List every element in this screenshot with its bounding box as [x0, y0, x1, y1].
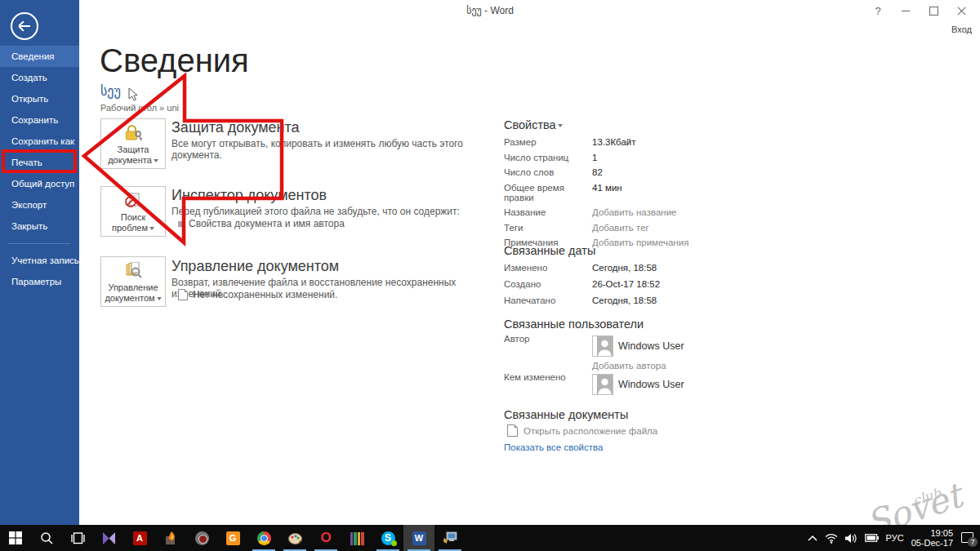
- property-row: ТегиДобавить тег: [504, 223, 765, 233]
- volume-button[interactable]: [845, 533, 858, 544]
- sidebar-item-export[interactable]: Экспорт: [0, 194, 79, 216]
- sidebar-item-save[interactable]: Сохранить: [0, 109, 79, 131]
- properties-table: Размер13.3Кбайт Число страниц1 Число сло…: [504, 137, 765, 253]
- chrome-icon: [257, 531, 271, 545]
- help-button[interactable]: ?: [864, 0, 892, 21]
- manage-status: Нет несохраненных изменений.: [178, 289, 337, 300]
- modified-by-person[interactable]: Windows User: [592, 374, 684, 395]
- properties-heading[interactable]: Свойства: [504, 118, 563, 131]
- related-dates-table: ИзмененоСегодня, 18:58 Создано26-Oct-17 …: [504, 263, 765, 311]
- mouse-cursor: [128, 87, 140, 102]
- sign-in-link[interactable]: Вход: [951, 24, 972, 34]
- property-row: Общее время правки41 мин: [504, 183, 765, 202]
- sidebar-item-open[interactable]: Открыть: [0, 88, 79, 109]
- properties-heading-text: Свойства: [504, 118, 556, 131]
- author-person[interactable]: Windows User: [592, 335, 684, 357]
- sidebar-item-new[interactable]: Создать: [0, 67, 79, 88]
- dropdown-arrow-icon: [149, 227, 154, 230]
- dropdown-arrow-icon: [558, 124, 563, 127]
- show-all-properties-link[interactable]: Показать все свойства: [504, 442, 603, 452]
- sidebar-item-print[interactable]: Печать: [0, 152, 79, 173]
- date-row: ИзмененоСегодня, 18:58: [504, 263, 765, 273]
- add-comments-field[interactable]: Добавить примечания: [592, 238, 765, 247]
- button-label: проблем: [112, 223, 148, 233]
- start-button[interactable]: [0, 525, 31, 551]
- computer-installer-icon: [443, 531, 457, 545]
- minimize-button[interactable]: [892, 0, 920, 21]
- close-button[interactable]: [947, 0, 975, 21]
- taskbar-app-kmplayer[interactable]: [93, 525, 124, 551]
- flame-disc-icon: [164, 531, 178, 545]
- show-hidden-icons-button[interactable]: [808, 535, 817, 541]
- chevron-up-icon: [808, 535, 817, 541]
- minimize-icon: [902, 11, 910, 11]
- task-view-button[interactable]: [62, 525, 93, 551]
- protect-description: Все могут открывать, копировать и изменя…: [172, 138, 498, 161]
- button-label: документа: [108, 155, 152, 165]
- button-label: документом: [105, 293, 154, 303]
- document-name: სეუ: [100, 83, 121, 99]
- adobe-reader-icon: A: [133, 531, 147, 545]
- sidebar-item-account[interactable]: Учетная запись: [0, 250, 79, 271]
- inspector-finding-text: Свойства документа и имя автора: [189, 218, 345, 229]
- wifi-icon: [825, 533, 838, 544]
- word-icon: W: [412, 531, 426, 545]
- document-path: Рабочий стол » uni: [100, 103, 179, 113]
- battery-button[interactable]: [865, 534, 879, 542]
- sidebar-item-save-as[interactable]: Сохранить как: [0, 131, 79, 152]
- battery-icon: [865, 534, 879, 542]
- taskbar-app-skype[interactable]: S: [372, 525, 403, 551]
- title-bar: სეუ - Word ? Вход: [0, 0, 980, 23]
- speaker-icon: [845, 533, 858, 544]
- sidebar-item-options[interactable]: Параметры: [0, 271, 79, 292]
- taskbar-app-adobe-reader[interactable]: A: [124, 525, 155, 551]
- manage-status-text: Нет несохраненных изменений.: [193, 289, 337, 300]
- restore-button[interactable]: [920, 0, 947, 21]
- window-title: სეუ - Word: [466, 5, 514, 16]
- language-indicator[interactable]: РУС: [886, 533, 904, 543]
- author-name: Windows User: [618, 340, 684, 352]
- aimp-icon: [195, 531, 209, 545]
- date-row: Создано26-Oct-17 18:52: [504, 279, 765, 289]
- back-button[interactable]: [11, 12, 38, 40]
- open-file-location[interactable]: Открыть расположение файла: [507, 424, 657, 437]
- inspect-document-icon: [123, 192, 143, 210]
- search-button[interactable]: [31, 525, 62, 551]
- taskbar-app-gom-pdf[interactable]: G: [217, 525, 248, 551]
- avatar: [592, 335, 613, 357]
- taskbar: A G O: [0, 525, 980, 551]
- manage-document-button[interactable]: Управление документом: [100, 256, 166, 307]
- add-title-field[interactable]: Добавить название: [592, 207, 765, 217]
- restore-icon: [929, 7, 938, 16]
- taskbar-app-aimp[interactable]: [186, 525, 217, 551]
- protect-document-button[interactable]: Защита документа: [100, 118, 166, 169]
- network-button[interactable]: [825, 533, 838, 544]
- gom-pdf-icon: G: [226, 531, 240, 545]
- sidebar-item-info[interactable]: Сведения: [0, 46, 79, 67]
- taskbar-app-opera[interactable]: O: [310, 525, 341, 551]
- clock[interactable]: 19:05 05-Dec-17: [911, 528, 953, 548]
- related-dates-heading: Связанные даты: [504, 244, 595, 257]
- taskbar-app-paint[interactable]: [279, 525, 310, 551]
- avatar: [592, 374, 613, 395]
- close-icon: [957, 7, 966, 16]
- related-people-heading: Связанные пользователи: [504, 318, 644, 331]
- add-tag-field[interactable]: Добавить тег: [592, 223, 765, 233]
- check-for-issues-button[interactable]: Поиск проблем: [100, 186, 166, 237]
- sidebar-item-close[interactable]: Закрыть: [0, 216, 79, 237]
- action-center-button[interactable]: 7: [960, 531, 975, 544]
- taskbar-app-burner[interactable]: [155, 525, 186, 551]
- add-author-field[interactable]: Добавить автора: [592, 361, 666, 371]
- page-title: Сведения: [100, 42, 249, 79]
- taskbar-app-word[interactable]: W: [403, 525, 434, 551]
- taskbar-app-installer[interactable]: [434, 525, 466, 551]
- sidebar-item-share[interactable]: Общий доступ: [0, 173, 79, 194]
- taskbar-app-winrar[interactable]: [341, 525, 372, 551]
- inspector-heading: Инспектор документов: [172, 187, 327, 204]
- taskbar-app-chrome[interactable]: [248, 525, 279, 551]
- dropdown-arrow-icon: [157, 297, 162, 300]
- date: 05-Dec-17: [911, 538, 953, 548]
- skype-status-icon: [391, 540, 397, 546]
- lock-key-icon: [123, 124, 143, 142]
- property-row: Число страниц1: [504, 153, 765, 162]
